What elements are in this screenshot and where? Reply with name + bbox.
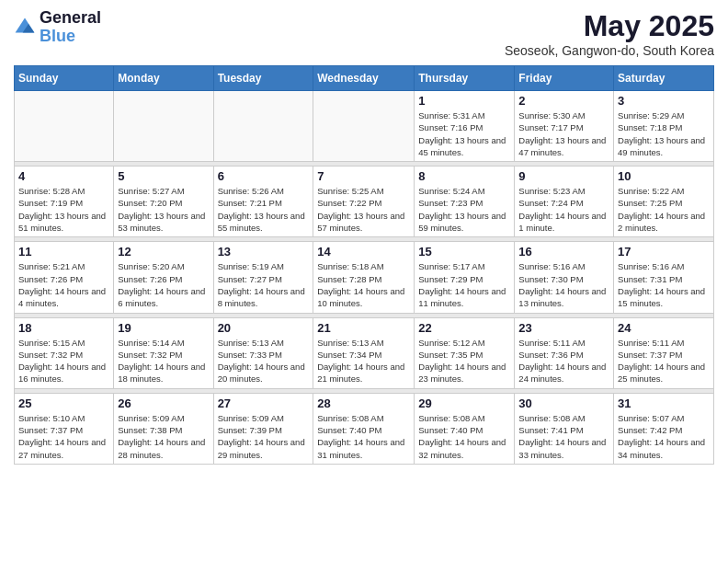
day-info: Sunrise: 5:08 AMSunset: 7:41 PMDaylight:… xyxy=(518,412,609,461)
day-info: Sunrise: 5:08 AMSunset: 7:40 PMDaylight:… xyxy=(317,412,410,461)
calendar-cell: 31Sunrise: 5:07 AMSunset: 7:42 PMDayligh… xyxy=(614,393,714,464)
day-number: 23 xyxy=(518,321,609,335)
calendar-cell: 22Sunrise: 5:12 AMSunset: 7:35 PMDayligh… xyxy=(415,317,515,388)
day-info: Sunrise: 5:14 AMSunset: 7:32 PMDaylight:… xyxy=(118,337,209,385)
calendar-cell: 12Sunrise: 5:20 AMSunset: 7:26 PMDayligh… xyxy=(114,242,213,313)
day-number: 5 xyxy=(118,169,209,183)
calendar-table: SundayMondayTuesdayWednesdayThursdayFrid… xyxy=(14,65,714,465)
calendar-cell: 4Sunrise: 5:28 AMSunset: 7:19 PMDaylight… xyxy=(15,167,114,237)
day-number: 9 xyxy=(518,169,609,183)
calendar-cell xyxy=(313,91,415,162)
day-number: 19 xyxy=(118,321,209,335)
day-number: 28 xyxy=(317,396,410,410)
day-number: 7 xyxy=(317,169,410,183)
calendar-cell: 11Sunrise: 5:21 AMSunset: 7:26 PMDayligh… xyxy=(15,242,114,313)
day-number: 18 xyxy=(18,321,109,335)
calendar-header-tuesday: Tuesday xyxy=(213,66,313,91)
calendar-cell: 1Sunrise: 5:31 AMSunset: 7:16 PMDaylight… xyxy=(415,91,515,162)
calendar-header-thursday: Thursday xyxy=(415,66,515,91)
day-info: Sunrise: 5:25 AMSunset: 7:22 PMDaylight:… xyxy=(317,185,410,234)
day-number: 30 xyxy=(518,396,609,410)
calendar-cell: 2Sunrise: 5:30 AMSunset: 7:17 PMDaylight… xyxy=(515,91,614,162)
calendar-cell: 25Sunrise: 5:10 AMSunset: 7:37 PMDayligh… xyxy=(15,393,114,464)
calendar-cell: 6Sunrise: 5:26 AMSunset: 7:21 PMDaylight… xyxy=(213,167,313,237)
calendar-cell xyxy=(114,91,213,162)
calendar-cell: 21Sunrise: 5:13 AMSunset: 7:34 PMDayligh… xyxy=(313,317,415,388)
calendar-cell xyxy=(15,91,114,162)
day-number: 25 xyxy=(18,396,109,410)
day-info: Sunrise: 5:22 AMSunset: 7:25 PMDaylight:… xyxy=(618,185,710,234)
calendar-week-row: 11Sunrise: 5:21 AMSunset: 7:26 PMDayligh… xyxy=(15,242,714,313)
calendar-cell: 27Sunrise: 5:09 AMSunset: 7:39 PMDayligh… xyxy=(213,393,313,464)
day-number: 14 xyxy=(317,245,410,259)
day-info: Sunrise: 5:07 AMSunset: 7:42 PMDaylight:… xyxy=(618,412,710,461)
calendar-header-wednesday: Wednesday xyxy=(313,66,415,91)
calendar-cell: 7Sunrise: 5:25 AMSunset: 7:22 PMDaylight… xyxy=(313,167,415,237)
calendar-week-row: 4Sunrise: 5:28 AMSunset: 7:19 PMDaylight… xyxy=(15,167,714,237)
day-number: 8 xyxy=(418,169,510,183)
logo-icon xyxy=(14,17,36,39)
day-number: 24 xyxy=(618,321,710,335)
calendar-cell: 9Sunrise: 5:23 AMSunset: 7:24 PMDaylight… xyxy=(515,167,614,237)
calendar-cell: 30Sunrise: 5:08 AMSunset: 7:41 PMDayligh… xyxy=(515,393,614,464)
logo-text-line1: General xyxy=(40,9,101,28)
calendar-cell: 19Sunrise: 5:14 AMSunset: 7:32 PMDayligh… xyxy=(114,317,213,388)
day-info: Sunrise: 5:30 AMSunset: 7:17 PMDaylight:… xyxy=(518,109,609,158)
day-number: 12 xyxy=(118,245,209,259)
day-info: Sunrise: 5:20 AMSunset: 7:26 PMDaylight:… xyxy=(118,260,209,309)
day-info: Sunrise: 5:13 AMSunset: 7:34 PMDaylight:… xyxy=(317,337,410,385)
day-number: 2 xyxy=(518,94,609,108)
calendar-header-sunday: Sunday xyxy=(15,66,114,91)
day-info: Sunrise: 5:16 AMSunset: 7:30 PMDaylight:… xyxy=(518,260,609,309)
calendar-cell: 14Sunrise: 5:18 AMSunset: 7:28 PMDayligh… xyxy=(313,242,415,313)
day-info: Sunrise: 5:21 AMSunset: 7:26 PMDaylight:… xyxy=(18,260,109,309)
calendar-cell: 5Sunrise: 5:27 AMSunset: 7:20 PMDaylight… xyxy=(114,167,213,237)
day-number: 11 xyxy=(18,245,109,259)
day-number: 27 xyxy=(218,396,310,410)
day-number: 4 xyxy=(18,169,109,183)
day-number: 1 xyxy=(418,94,510,108)
calendar-header-saturday: Saturday xyxy=(614,66,714,91)
day-info: Sunrise: 5:26 AMSunset: 7:21 PMDaylight:… xyxy=(218,185,310,234)
day-info: Sunrise: 5:08 AMSunset: 7:40 PMDaylight:… xyxy=(418,412,510,461)
calendar-header-row: SundayMondayTuesdayWednesdayThursdayFrid… xyxy=(15,66,714,91)
calendar-header-monday: Monday xyxy=(114,66,213,91)
calendar-cell xyxy=(213,91,313,162)
calendar-cell: 16Sunrise: 5:16 AMSunset: 7:30 PMDayligh… xyxy=(515,242,614,313)
location-subtitle: Seoseok, Gangwon-do, South Korea xyxy=(505,43,714,58)
day-number: 17 xyxy=(618,245,710,259)
day-number: 6 xyxy=(218,169,310,183)
day-number: 13 xyxy=(218,245,310,259)
day-number: 3 xyxy=(618,94,710,108)
day-info: Sunrise: 5:18 AMSunset: 7:28 PMDaylight:… xyxy=(317,260,410,309)
calendar-cell: 18Sunrise: 5:15 AMSunset: 7:32 PMDayligh… xyxy=(15,317,114,388)
calendar-cell: 13Sunrise: 5:19 AMSunset: 7:27 PMDayligh… xyxy=(213,242,313,313)
calendar-cell: 24Sunrise: 5:11 AMSunset: 7:37 PMDayligh… xyxy=(614,317,714,388)
day-info: Sunrise: 5:29 AMSunset: 7:18 PMDaylight:… xyxy=(618,109,710,158)
day-number: 20 xyxy=(218,321,310,335)
day-number: 29 xyxy=(418,396,510,410)
calendar-week-row: 1Sunrise: 5:31 AMSunset: 7:16 PMDaylight… xyxy=(15,91,714,162)
calendar-cell: 26Sunrise: 5:09 AMSunset: 7:38 PMDayligh… xyxy=(114,393,213,464)
calendar-week-row: 18Sunrise: 5:15 AMSunset: 7:32 PMDayligh… xyxy=(15,317,714,388)
day-info: Sunrise: 5:23 AMSunset: 7:24 PMDaylight:… xyxy=(518,185,609,234)
logo: General Blue xyxy=(14,9,101,46)
day-info: Sunrise: 5:11 AMSunset: 7:37 PMDaylight:… xyxy=(618,337,710,385)
day-info: Sunrise: 5:16 AMSunset: 7:31 PMDaylight:… xyxy=(618,260,710,309)
calendar-cell: 28Sunrise: 5:08 AMSunset: 7:40 PMDayligh… xyxy=(313,393,415,464)
logo-text-line2: Blue xyxy=(40,28,101,46)
day-number: 16 xyxy=(518,245,609,259)
day-info: Sunrise: 5:17 AMSunset: 7:29 PMDaylight:… xyxy=(418,260,510,309)
day-info: Sunrise: 5:12 AMSunset: 7:35 PMDaylight:… xyxy=(418,337,510,385)
day-info: Sunrise: 5:28 AMSunset: 7:19 PMDaylight:… xyxy=(18,185,109,234)
day-number: 10 xyxy=(618,169,710,183)
day-info: Sunrise: 5:15 AMSunset: 7:32 PMDaylight:… xyxy=(18,337,109,385)
day-info: Sunrise: 5:11 AMSunset: 7:36 PMDaylight:… xyxy=(518,337,609,385)
calendar-cell: 8Sunrise: 5:24 AMSunset: 7:23 PMDaylight… xyxy=(415,167,515,237)
calendar-cell: 15Sunrise: 5:17 AMSunset: 7:29 PMDayligh… xyxy=(415,242,515,313)
calendar-cell: 3Sunrise: 5:29 AMSunset: 7:18 PMDaylight… xyxy=(614,91,714,162)
day-info: Sunrise: 5:13 AMSunset: 7:33 PMDaylight:… xyxy=(218,337,310,385)
day-number: 26 xyxy=(118,396,209,410)
calendar-cell: 23Sunrise: 5:11 AMSunset: 7:36 PMDayligh… xyxy=(515,317,614,388)
day-info: Sunrise: 5:19 AMSunset: 7:27 PMDaylight:… xyxy=(218,260,310,309)
